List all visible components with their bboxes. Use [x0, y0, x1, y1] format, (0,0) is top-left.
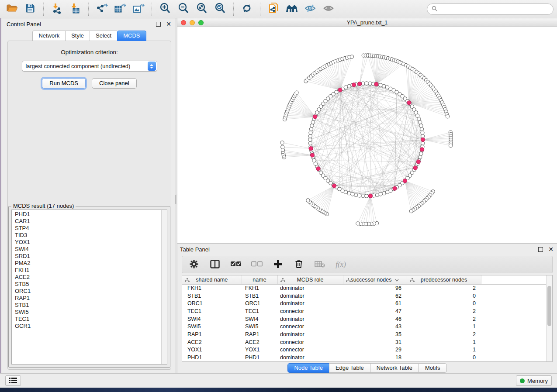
graph-node[interactable]: [419, 152, 423, 155]
graph-hub-node[interactable]: [413, 166, 417, 170]
tab-motifs[interactable]: Motifs: [419, 363, 447, 373]
graph-node[interactable]: [421, 134, 425, 138]
node-table[interactable]: shared name name MCDS role successor nod…: [182, 275, 546, 361]
zoom-out-button[interactable]: [175, 2, 192, 17]
tab-network[interactable]: Network: [32, 31, 65, 41]
tab-edge-table[interactable]: Edge Table: [329, 363, 370, 373]
search-field[interactable]: [427, 3, 554, 15]
graph-node[interactable]: [365, 194, 368, 198]
graph-node[interactable]: [419, 124, 423, 127]
export-image-button[interactable]: [130, 2, 147, 17]
graph-node[interactable]: [375, 193, 379, 197]
graph-hub-node[interactable]: [309, 147, 313, 151]
graph-node[interactable]: [347, 192, 351, 195]
column-header-mcds-role[interactable]: MCDS role: [277, 275, 343, 284]
graph-node[interactable]: [351, 193, 354, 196]
close-panel-button[interactable]: Close panel: [92, 78, 137, 89]
export-table-button[interactable]: [112, 2, 128, 17]
graph-node[interactable]: [306, 199, 310, 202]
graph-node[interactable]: [280, 141, 284, 144]
graph-node[interactable]: [295, 91, 298, 94]
mcds-result-item[interactable]: SWI4: [15, 246, 161, 253]
float-table-panel-icon[interactable]: [538, 247, 543, 252]
table-scrollbar-thumb[interactable]: [547, 286, 551, 326]
column-header-shared-name[interactable]: shared name: [182, 275, 242, 284]
new-network-from-selection-button[interactable]: [265, 2, 282, 17]
graph-node[interactable]: [281, 148, 284, 151]
window-close-icon[interactable]: [181, 20, 186, 25]
graph-node[interactable]: [368, 82, 372, 85]
mcds-result-item[interactable]: SWI5: [15, 309, 161, 316]
mcds-result-item[interactable]: YOX1: [15, 239, 161, 246]
graph-node[interactable]: [310, 124, 314, 127]
save-session-button[interactable]: [22, 2, 38, 17]
close-panel-icon[interactable]: ✕: [166, 21, 171, 27]
mcds-result-item[interactable]: STP4: [15, 225, 161, 232]
graph-node[interactable]: [308, 138, 312, 141]
import-table-button[interactable]: [67, 2, 83, 17]
tab-network-table[interactable]: Network Table: [370, 363, 419, 373]
graph-node[interactable]: [354, 193, 358, 197]
graph-node[interactable]: [421, 141, 425, 145]
graph-node[interactable]: [419, 120, 422, 124]
table-row[interactable]: RAP1RAP1dominator352: [182, 330, 546, 338]
graph-node[interactable]: [446, 115, 449, 118]
add-column-button[interactable]: [272, 259, 284, 270]
graph-node[interactable]: [409, 210, 413, 213]
table-row[interactable]: TEC1TEC1connector472: [182, 307, 546, 315]
import-network-button[interactable]: [48, 2, 65, 17]
delete-column-button[interactable]: [293, 259, 304, 270]
zoom-in-button[interactable]: [157, 2, 173, 17]
network-canvas[interactable]: [177, 27, 557, 243]
graph-node[interactable]: [314, 162, 317, 165]
graph-node[interactable]: [416, 114, 419, 117]
mcds-result-item[interactable]: PMA2: [15, 260, 161, 267]
graph-node[interactable]: [389, 189, 392, 193]
table-row[interactable]: YOX1YOX1connector291: [182, 346, 546, 354]
graph-hub-node[interactable]: [374, 82, 378, 86]
table-row[interactable]: ACE2ACE2connector311: [182, 338, 546, 346]
table-row[interactable]: SWI4SWI4dominator462: [182, 315, 546, 323]
graph-node[interactable]: [347, 84, 351, 88]
mcds-result-item[interactable]: TID3: [15, 232, 161, 239]
mcds-list-scrollbar[interactable]: [161, 210, 167, 364]
graph-hub-node[interactable]: [407, 101, 411, 105]
mcds-result-item[interactable]: CAR1: [15, 218, 161, 225]
graph-node[interactable]: [365, 82, 368, 85]
graph-hub-node[interactable]: [313, 115, 317, 119]
graph-node[interactable]: [382, 192, 386, 195]
show-column-panel-button[interactable]: [209, 259, 221, 270]
graph-hub-node[interactable]: [358, 82, 362, 86]
graph-node[interactable]: [308, 134, 312, 138]
graph-node[interactable]: [449, 144, 452, 147]
tab-mcds[interactable]: MCDS: [117, 31, 146, 41]
graph-node[interactable]: [350, 55, 353, 58]
graph-node[interactable]: [344, 190, 347, 194]
graph-hub-node[interactable]: [332, 184, 336, 188]
graph-node[interactable]: [311, 120, 315, 124]
tab-select[interactable]: Select: [90, 31, 117, 41]
mcds-result-item[interactable]: ACE2: [15, 274, 161, 281]
table-row[interactable]: FKH1FKH1dominator962: [182, 284, 546, 292]
graph-node[interactable]: [379, 83, 382, 87]
graph-hub-node[interactable]: [393, 186, 397, 190]
window-minimize-icon[interactable]: [190, 20, 195, 25]
first-neighbors-button[interactable]: [284, 2, 300, 17]
mcds-result-list[interactable]: PHD1CAR1STP4TID3YOX1SWI4SRD1PMA2FKH1ACE2…: [11, 210, 167, 364]
mcds-result-item[interactable]: SRD1: [15, 253, 161, 260]
close-table-panel-icon[interactable]: ✕: [548, 246, 554, 252]
memory-button[interactable]: Memory: [516, 375, 552, 386]
graph-hub-node[interactable]: [416, 160, 420, 164]
graph-node[interactable]: [382, 84, 386, 88]
graph-node[interactable]: [379, 193, 382, 196]
open-file-button[interactable]: [3, 2, 20, 17]
mcds-result-item[interactable]: TEC1: [15, 316, 161, 323]
table-row[interactable]: SWI5SWI5connector431: [182, 323, 546, 330]
hide-selected-button[interactable]: [302, 2, 318, 17]
tab-style[interactable]: Style: [65, 31, 90, 41]
table-row[interactable]: STB1STB1dominator620: [182, 292, 546, 300]
graph-node[interactable]: [421, 131, 424, 134]
mcds-result-item[interactable]: ORC1: [15, 288, 161, 295]
zoom-selected-button[interactable]: [212, 2, 228, 17]
tab-node-table[interactable]: Node Table: [287, 363, 329, 373]
